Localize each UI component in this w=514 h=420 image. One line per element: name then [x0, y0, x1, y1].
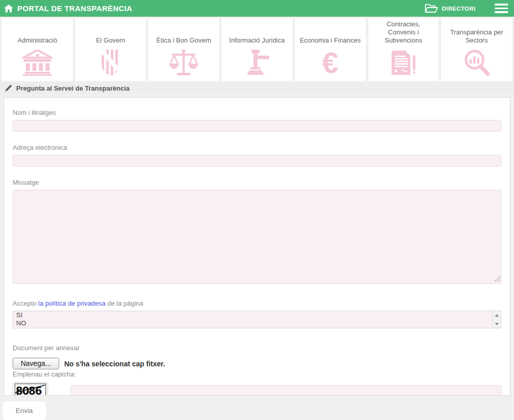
message-label: Missatge	[13, 179, 501, 186]
privacy-policy-link[interactable]: la política de privadesa	[38, 300, 106, 307]
category-tiles: Administració El Govern	[0, 18, 514, 81]
striped-shield-icon	[75, 45, 146, 81]
gavel-icon	[222, 45, 292, 81]
email-input[interactable]	[13, 155, 501, 166]
contact-form: Nom i llinatges Adreça electrònica Missa…	[4, 97, 510, 396]
privacy-option-si[interactable]: SI	[13, 311, 501, 319]
captcha-image: 8086	[13, 382, 48, 396]
tile-label: Contractes, Convenis i Subvencions	[368, 18, 439, 45]
privacy-statement: Accepto la política de privadesa de la p…	[13, 300, 501, 307]
browse-file-button[interactable]: Navega...	[13, 358, 59, 369]
nav-tile-etica-bon-govern[interactable]: Ètica i Bon Govern	[148, 18, 219, 81]
resize-grip-icon[interactable]	[495, 274, 500, 283]
hamburger-menu-icon[interactable]	[495, 4, 508, 13]
nav-tile-contractes[interactable]: Contractes, Convenis i Subvencions	[368, 18, 439, 81]
name-input[interactable]	[13, 120, 501, 132]
scroll-up-icon[interactable]	[493, 311, 501, 319]
contract-pen-icon	[368, 45, 439, 81]
name-label: Nom i llinatges	[13, 109, 501, 116]
section-title: Pregunta al Servei de Transparència	[16, 85, 130, 92]
scales-icon	[148, 45, 219, 81]
tile-label: El Govern	[75, 18, 146, 45]
listbox-scrollbar[interactable]	[492, 311, 501, 328]
directori-link[interactable]: DIRECTORI	[424, 4, 476, 13]
message-textarea[interactable]	[13, 190, 501, 284]
nav-tile-economia-finances[interactable]: Economia i Finances €	[295, 18, 366, 81]
tile-label: Transparència per Sectors	[441, 18, 512, 45]
chart-magnifier-icon	[441, 45, 512, 81]
tile-label: Informació Jurídica	[222, 18, 292, 45]
nav-tile-transparencia-sectors[interactable]: Transparència per Sectors	[441, 18, 512, 81]
privacy-option-no[interactable]: NO	[13, 319, 501, 327]
tile-label: Administració	[2, 18, 73, 45]
pencil-icon	[5, 85, 12, 92]
attachment-label: Document per annexar	[13, 344, 501, 352]
nav-tile-administracio[interactable]: Administració	[2, 18, 73, 81]
file-status-text: No s'ha seleccionat cap fitxer.	[64, 360, 165, 368]
tile-label: Ètica i Bon Govern	[148, 18, 219, 45]
bank-icon	[2, 45, 73, 81]
open-folder-icon	[424, 4, 438, 13]
captcha-label: Emplenau el captcha:	[13, 370, 501, 378]
section-header: Pregunta al Servei de Transparència	[0, 82, 514, 94]
privacy-select[interactable]: SI NO	[13, 311, 501, 328]
scroll-down-icon[interactable]	[493, 320, 501, 328]
captcha-input[interactable]	[70, 385, 501, 396]
euro-icon: €	[295, 45, 366, 81]
email-label: Adreça electrònica	[13, 144, 501, 151]
nav-tile-informacio-juridica[interactable]: Informació Jurídica	[222, 18, 292, 81]
home-icon[interactable]	[4, 5, 13, 13]
nav-tile-el-govern[interactable]: El Govern	[75, 18, 146, 81]
submit-button[interactable]: Envia	[3, 401, 46, 420]
directori-label: DIRECTORI	[442, 6, 476, 12]
tile-label: Economia i Finances	[295, 18, 366, 45]
app-header: PORTAL DE TRANSPARÈNCIA DIRECTORI	[0, 0, 514, 17]
page-title: PORTAL DE TRANSPARÈNCIA	[17, 4, 133, 13]
